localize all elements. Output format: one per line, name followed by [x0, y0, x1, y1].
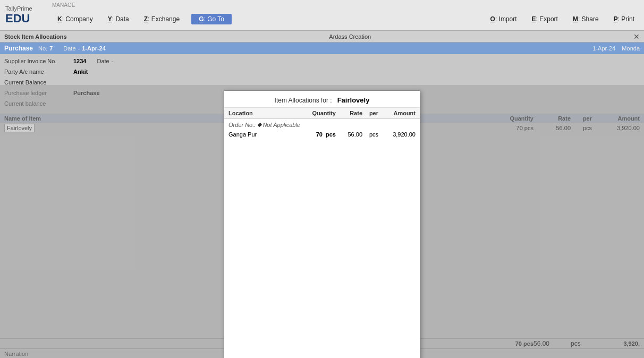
mcol-amt-header: Amount — [378, 110, 416, 116]
menu-import[interactable]: O: Import — [483, 14, 524, 24]
mcol-qty-header: Quantity — [293, 110, 336, 116]
form-date-label: Date — [63, 45, 75, 52]
mcol-location-header: Location — [228, 110, 293, 116]
order-diamond-icon: ◆ — [257, 121, 261, 128]
order-no-label: Order No.: — [228, 122, 256, 128]
form-header-fields: No. 7 Date - 1-Apr-24 — [38, 45, 106, 52]
top-bar: TallyPrime EDU MANAGE K: Company Y: Data… — [0, 0, 644, 31]
order-no-row: Order No.: ◆ Not Applicable — [224, 119, 420, 130]
supplier-value: 1234 — [73, 58, 86, 64]
form-title: Purchase — [4, 45, 33, 52]
modal-overlay: Item Allocations for : Fairlovely Locati… — [0, 85, 644, 358]
mrow-amt: 3,920.00 — [378, 131, 416, 138]
party-label: Party A/c name — [4, 69, 73, 75]
mrow-per: pcs — [362, 131, 378, 138]
logo-edu: EDU — [5, 12, 43, 25]
modal-data-row-1: Ganga Pur 70 pcs 56.00 pcs 3,920.00 — [224, 130, 420, 139]
menu-data[interactable]: Y: Data — [100, 14, 137, 24]
menu-goto[interactable]: G: Go To — [191, 14, 232, 24]
subbar-left: Stock Item Allocations — [4, 33, 67, 40]
modal-col-headers: Location Quantity Rate per Amount — [224, 108, 420, 119]
party-row: Party A/c name Ankit — [4, 67, 640, 76]
logo-section: TallyPrime EDU — [0, 0, 48, 30]
form-no-field: No. 7 — [38, 45, 53, 52]
sub-bar: Stock Item Allocations Ardass Creation ✕ — [0, 31, 644, 42]
menu-share[interactable]: M: Share — [565, 14, 606, 24]
right-menu: O: Import E: Export M: Share P: Print — [483, 14, 642, 24]
order-no-value: Not Applicable — [262, 122, 300, 128]
supplier-label: Supplier Invoice No. — [4, 58, 73, 64]
form-date-right: 1-Apr-24 — [592, 45, 615, 52]
form-date-field: Date - 1-Apr-24 — [63, 45, 106, 52]
form-date-dash: - — [78, 45, 80, 52]
date2-label: Date — [97, 58, 109, 64]
modal-spacer — [224, 139, 420, 358]
date2-dash: - — [112, 58, 114, 64]
subbar-center: Ardass Creation — [67, 33, 633, 40]
item-allocations-modal: Item Allocations for : Fairlovely Locati… — [224, 90, 420, 358]
mcol-rate-header: Rate — [336, 110, 362, 116]
menu-export[interactable]: E: Export — [524, 14, 565, 24]
manage-label: MANAGE — [48, 0, 644, 8]
form-day-right: Monda — [622, 45, 640, 52]
menu-bar: K: Company Y: Data Z: Exchange G: Go To … — [48, 8, 644, 30]
modal-title-prefix: Item Allocations for : — [275, 97, 332, 104]
mrow-qty: 70 pcs — [293, 131, 336, 138]
party-value: Ankit — [73, 69, 88, 75]
modal-title-item: Fairlovely — [337, 96, 370, 104]
manage-section: MANAGE K: Company Y: Data Z: Exchange G:… — [48, 0, 644, 30]
form-header-right: 1-Apr-24 Monda — [592, 45, 640, 52]
modal-title: Item Allocations for : Fairlovely — [224, 91, 420, 108]
form-date-value: 1-Apr-24 — [82, 45, 106, 52]
form-no-value: 7 — [49, 45, 53, 52]
menu-company[interactable]: K: Company — [50, 14, 100, 24]
logo-tally: TallyPrime — [5, 5, 43, 12]
mrow-rate: 56.00 — [336, 131, 362, 138]
subbar-close[interactable]: ✕ — [633, 32, 640, 41]
main-content: Purchase No. 7 Date - 1-Apr-24 1-Apr-24 … — [0, 42, 644, 358]
supplier-row: Supplier Invoice No. 1234 Date - — [4, 56, 640, 66]
menu-exchange[interactable]: Z: Exchange — [137, 14, 187, 24]
form-header: Purchase No. 7 Date - 1-Apr-24 1-Apr-24 … — [0, 42, 644, 54]
form-no-label: No. — [38, 45, 47, 52]
menu-print[interactable]: P: Print — [606, 14, 642, 24]
mcol-per-header: per — [362, 110, 378, 116]
mrow-location: Ganga Pur — [228, 131, 293, 138]
